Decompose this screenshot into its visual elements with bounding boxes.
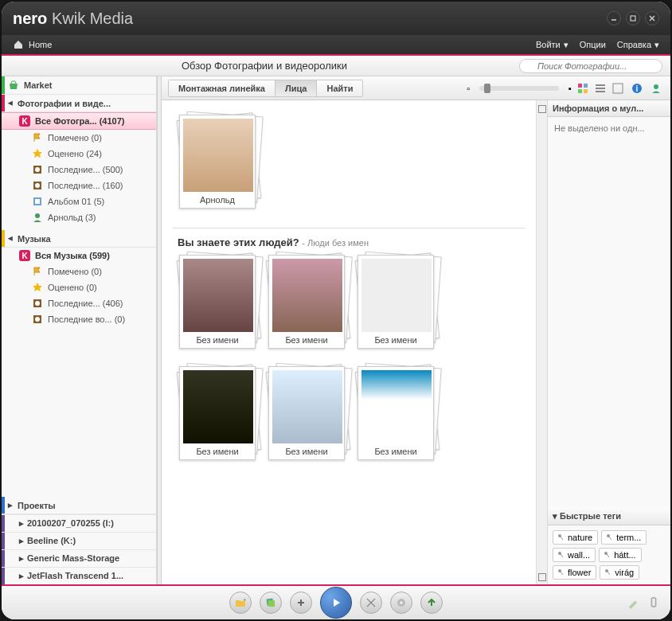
svg-point-9 bbox=[35, 167, 40, 172]
options-menu[interactable]: Опции bbox=[580, 40, 606, 49]
sidebar-drive[interactable]: ▸JetFlash Transcend 1... bbox=[2, 567, 156, 584]
scroll-bottom-button[interactable] bbox=[538, 573, 546, 581]
maximize-button[interactable] bbox=[626, 11, 640, 25]
sidebar-item[interactable]: Последние во... (0) bbox=[2, 311, 156, 327]
sidebar-drive[interactable]: ▸Generic Mass-Storage bbox=[2, 549, 156, 567]
svg-rect-25 bbox=[596, 84, 605, 86]
face-stack-unnamed[interactable]: Без имени bbox=[268, 255, 345, 349]
sidebar: Market ▾ Фотографии и виде... K Все Фото… bbox=[2, 76, 157, 584]
quick-tag[interactable]: flower bbox=[553, 565, 596, 580]
brush-icon[interactable] bbox=[626, 596, 640, 610]
sidebar-drive[interactable]: ▸20100207_070255 (I:) bbox=[2, 514, 156, 532]
quick-tag[interactable]: virág bbox=[600, 565, 639, 580]
sidebar-market[interactable]: Market bbox=[2, 76, 156, 95]
sidebar-item-label: Помечено (0) bbox=[48, 133, 102, 143]
quick-tag[interactable]: wall... bbox=[553, 548, 596, 562]
face-stack-arnold[interactable]: Арнольд bbox=[179, 115, 256, 209]
play-button[interactable] bbox=[320, 587, 352, 619]
tag-label: virág bbox=[615, 568, 634, 577]
scroll-top-button[interactable] bbox=[538, 105, 546, 113]
sidebar-item-label: Оценено (0) bbox=[48, 283, 97, 292]
stack-caption: Без имени bbox=[272, 443, 341, 456]
help-menu[interactable]: Справка▾ bbox=[617, 40, 659, 50]
svg-rect-22 bbox=[584, 84, 588, 88]
svg-point-18 bbox=[35, 301, 40, 306]
search-input[interactable] bbox=[519, 59, 662, 73]
disc-button[interactable] bbox=[390, 592, 412, 614]
svg-point-50 bbox=[400, 602, 403, 604]
view-tabs: Монтажная линейка Лица Найти bbox=[168, 80, 363, 97]
tags-panel-header[interactable]: ▾ Быстрые теги bbox=[548, 508, 670, 525]
pin-icon bbox=[602, 550, 611, 560]
sidebar-projects-label: Проекты bbox=[18, 501, 56, 510]
sidebar-item-label: Оценено (24) bbox=[48, 149, 102, 158]
face-stack-unnamed[interactable]: Без имени bbox=[357, 366, 434, 460]
edit-button[interactable] bbox=[360, 592, 382, 614]
sidebar-item[interactable]: Последние... (406) bbox=[2, 295, 156, 311]
quick-tag[interactable]: hátt... bbox=[599, 548, 642, 562]
face-stack-unnamed[interactable]: Без имени bbox=[268, 366, 345, 460]
sidebar-item[interactable]: Помечено (0) bbox=[2, 264, 156, 279]
pin-icon bbox=[604, 533, 614, 542]
star-icon bbox=[32, 148, 43, 159]
svg-line-33 bbox=[561, 537, 563, 540]
face-stack-unnamed[interactable]: Без имени bbox=[179, 255, 256, 349]
sidebar-all-photos[interactable]: K Все Фотогра... (4107) bbox=[2, 112, 156, 130]
tab-timeline[interactable]: Монтажная линейка bbox=[169, 80, 275, 96]
sidebar-market-label: Market bbox=[24, 80, 52, 90]
upload-button[interactable] bbox=[420, 592, 443, 614]
recent-icon bbox=[32, 164, 43, 175]
sidebar-item[interactable]: Помечено (0) bbox=[2, 130, 156, 146]
add-button[interactable] bbox=[290, 592, 312, 614]
face-stack-unnamed[interactable]: Без имени bbox=[357, 255, 434, 349]
attachment-icon[interactable] bbox=[647, 596, 661, 610]
svg-point-14 bbox=[35, 213, 40, 218]
sidebar-item[interactable]: Альбом 01 (5) bbox=[2, 193, 156, 209]
quick-tag[interactable]: nature bbox=[553, 530, 598, 545]
pin-icon bbox=[603, 568, 612, 577]
tab-find[interactable]: Найти bbox=[317, 80, 362, 96]
drive-label: Beeline (K:) bbox=[27, 536, 76, 545]
svg-text:+: + bbox=[243, 597, 246, 603]
home-button[interactable]: Home bbox=[13, 39, 52, 50]
login-menu[interactable]: Войти▾ bbox=[536, 40, 568, 50]
tag-label: flower bbox=[568, 568, 591, 577]
add-folder-button[interactable]: + bbox=[229, 592, 252, 614]
zoom-slider[interactable] bbox=[479, 86, 559, 91]
close-button[interactable] bbox=[645, 11, 659, 25]
sidebar-item[interactable]: Последние... (160) bbox=[2, 178, 156, 193]
stack-caption: Без имени bbox=[183, 443, 252, 456]
view-grid-button[interactable] bbox=[575, 80, 591, 96]
titlebar: nero Kwik Media bbox=[2, 2, 670, 35]
quick-tag[interactable]: term... bbox=[601, 530, 647, 545]
sidebar-photos-label: Фотографии и виде... bbox=[18, 99, 111, 108]
chevron-down-icon: ▾ bbox=[654, 40, 659, 50]
sidebar-drive[interactable]: ▸Beeline (K:) bbox=[2, 532, 156, 549]
sidebar-item[interactable]: Последние... (500) bbox=[2, 162, 156, 178]
zoom-in-icon[interactable]: ▪ bbox=[568, 84, 572, 93]
tab-faces[interactable]: Лица bbox=[275, 80, 318, 96]
face-settings-button[interactable] bbox=[648, 80, 664, 96]
sidebar-projects[interactable]: ▸ Проекты bbox=[2, 497, 156, 514]
svg-rect-46 bbox=[268, 600, 275, 607]
face-stack-unnamed[interactable]: Без имени bbox=[179, 366, 256, 460]
sidebar-photos-section[interactable]: ▾ Фотографии и виде... bbox=[2, 95, 156, 112]
sidebar-item[interactable]: Арнольд (3) bbox=[2, 209, 156, 225]
view-detail-button[interactable] bbox=[610, 80, 626, 96]
flag-icon bbox=[32, 266, 43, 277]
svg-rect-23 bbox=[578, 89, 582, 93]
minimize-button[interactable] bbox=[607, 11, 621, 25]
pin-icon bbox=[556, 533, 565, 542]
sidebar-all-music[interactable]: K Вся Музыка (599) bbox=[2, 248, 156, 264]
info-button[interactable]: i bbox=[629, 80, 645, 96]
sidebar-music-label: Музыка bbox=[18, 234, 51, 244]
sidebar-item[interactable]: Оценено (24) bbox=[2, 146, 156, 162]
stack-button[interactable] bbox=[260, 592, 282, 614]
view-list-button[interactable] bbox=[592, 80, 608, 96]
sidebar-music-section[interactable]: ▾ Музыка bbox=[2, 230, 156, 248]
menubar: Home Войти▾ Опции Справка▾ bbox=[2, 35, 670, 56]
info-panel-header[interactable]: Информация о мул... bbox=[548, 100, 670, 117]
pin-icon bbox=[556, 550, 565, 560]
sidebar-item[interactable]: Оценено (0) bbox=[2, 279, 156, 295]
zoom-out-icon[interactable]: ▫ bbox=[467, 84, 470, 93]
